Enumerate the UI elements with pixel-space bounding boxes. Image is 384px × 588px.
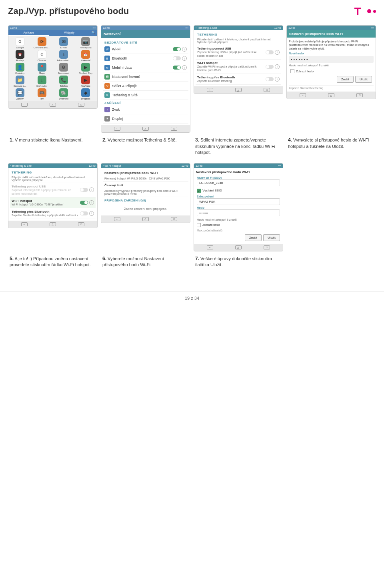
show-pass-checkbox-7[interactable]: [197, 223, 201, 227]
app-chrome[interactable]: ⊙Chrome: [32, 50, 52, 62]
nav-recent-3[interactable]: □: [264, 88, 270, 92]
row-usb-5[interactable]: Tethering pomocí USB Zapnout tethering U…: [10, 183, 96, 197]
app-telefon[interactable]: 📞Telefon: [54, 76, 74, 87]
mobilni-info[interactable]: i: [182, 65, 187, 70]
usb-toggle-5[interactable]: [80, 188, 88, 192]
mobilni-toggle[interactable]: [173, 66, 181, 70]
usb-info-5[interactable]: i: [89, 187, 94, 192]
row-bt-tethering-5[interactable]: Tethering přes Bluetooth Zapněte Bluetoo…: [10, 208, 96, 219]
app-foto[interactable]: 📷Fotoaparát: [75, 37, 96, 49]
nav-back-7[interactable]: ←: [207, 245, 213, 249]
row-displej[interactable]: ☀ Displej: [103, 114, 188, 124]
hovory-icon: ☎: [104, 74, 110, 80]
bt-info[interactable]: i: [275, 77, 280, 82]
broadcast-row-7[interactable]: ✓ Vysílání SSID: [195, 187, 282, 194]
row-usb[interactable]: Tethering pomocí USB Zapnout tethering U…: [196, 45, 281, 60]
app-kontakty[interactable]: 👤Kontakty: [10, 63, 30, 74]
show-pass-row[interactable]: Zobrazit heslo: [289, 68, 374, 74]
nav-recent-1[interactable]: □: [78, 103, 84, 107]
nav-back-5[interactable]: ←: [21, 222, 28, 226]
bluetooth-info[interactable]: i: [182, 56, 187, 61]
nav-recent-2[interactable]: □: [171, 127, 177, 131]
app-centrum[interactable]: ⟳Centrum aktu...: [32, 37, 52, 49]
app-spravce[interactable]: 📁Správce s...: [10, 76, 30, 87]
app-hodiny[interactable]: ⏰Hodiny: [10, 50, 30, 62]
app-obchod[interactable]: ▶Obchod Play: [75, 63, 96, 74]
app-obchod-icon: ▶: [81, 63, 90, 72]
tab-aplikace[interactable]: Aplikace: [8, 30, 49, 36]
security-field-value[interactable]: WPA2 PSK: [197, 198, 280, 205]
nav-home-7[interactable]: △: [235, 245, 242, 249]
nav-home-4[interactable]: △: [328, 93, 334, 97]
app-info[interactable]: ℹInformační...: [54, 50, 74, 62]
nav-recent-4[interactable]: □: [356, 93, 363, 97]
nav-back-3[interactable]: ←: [207, 88, 213, 92]
phone-body-5: TETHERING Připojte další zařízení k tele…: [8, 168, 97, 221]
tab-widgety[interactable]: Widgety: [49, 30, 90, 36]
pass-field-label-7: Heslo: [197, 206, 280, 209]
show-pass-row-7[interactable]: Zobrazit heslo: [195, 222, 282, 228]
nav-home-5[interactable]: △: [50, 222, 56, 226]
status-icons-7: ▪▪▪: [278, 164, 281, 167]
row-bt-tethering[interactable]: Tethering přes Bluetooth Zapněte Bluetoo…: [196, 74, 281, 85]
app-kalendar[interactable]: 📅Kalendář: [75, 50, 96, 62]
row-wifi-hotspot-5[interactable]: Wi-Fi hotspot Wi-Fi hotspot "LG-D390n_72…: [10, 197, 96, 208]
row-bluetooth[interactable]: B Bluetooth i: [103, 54, 188, 63]
nav-recent-6[interactable]: □: [171, 217, 177, 221]
row-sdilet[interactable]: ⟲ Sdílet & Připojit: [103, 82, 188, 91]
app-evernote[interactable]: 🐘Evernote: [54, 88, 74, 100]
pass-cancel-btn[interactable]: Zrušit: [337, 76, 354, 83]
nav-home-6[interactable]: △: [142, 217, 149, 221]
nav-recent-5[interactable]: □: [78, 222, 84, 226]
row-tethering[interactable]: ⊕ Tethering & Sítě: [103, 91, 188, 100]
nav-home-1[interactable]: △: [50, 103, 56, 107]
app-dropbox[interactable]: ◆Dropbox: [75, 88, 96, 100]
bt-info-5[interactable]: i: [89, 211, 94, 216]
step-text-5: A je to! :) Případnou změnu nastavení pr…: [10, 256, 91, 267]
app-nastaveni[interactable]: ⚙Nastavení: [54, 63, 74, 74]
row-zvuk[interactable]: ♪ Zvuk: [103, 105, 188, 114]
bt-toggle[interactable]: [266, 77, 274, 81]
nav-home-2[interactable]: △: [142, 127, 149, 131]
settings-save-btn-7[interactable]: Uložit: [263, 234, 280, 241]
usb-toggle[interactable]: [266, 50, 274, 54]
nav-back-6[interactable]: ←: [114, 217, 120, 221]
pass-save-btn[interactable]: Uložit: [355, 76, 372, 83]
bluetooth-toggle[interactable]: [173, 56, 181, 60]
app-youtube[interactable]: ▶YouTube: [75, 76, 96, 87]
wifi-pass-body: Protože jsou ostatní přístroje připojeny…: [287, 38, 376, 92]
app-stahovani[interactable]: ↓Stahování: [32, 76, 52, 87]
nav-home-3[interactable]: △: [235, 88, 242, 92]
wifi-hotspot-toggle[interactable]: [266, 65, 274, 69]
app-google[interactable]: GGoogle: [10, 37, 30, 49]
show-pass-checkbox[interactable]: [290, 69, 294, 73]
wifi-hotspot-info-5[interactable]: i: [89, 200, 94, 205]
app-telefon-label: Telefon: [60, 85, 68, 87]
nav-recent-7[interactable]: □: [264, 245, 270, 249]
app-zpravy[interactable]: 💬Zprávy: [10, 88, 30, 100]
wifi-hotspot-info[interactable]: i: [275, 64, 280, 69]
usb-info[interactable]: i: [275, 50, 280, 55]
app-email[interactable]: ✉E-mail: [54, 37, 74, 49]
nav-back-4[interactable]: ←: [300, 93, 306, 97]
settings-cancel-btn-7[interactable]: Zrušit: [245, 234, 262, 241]
broadcast-checkbox-7[interactable]: ✓: [197, 189, 201, 193]
ssid-field-value[interactable]: LG-D390n_7248: [197, 179, 280, 186]
wifi-hotspot-toggle-5[interactable]: [80, 201, 88, 205]
search-icon-apps[interactable]: 🔍: [90, 30, 97, 36]
nav-back-1[interactable]: ←: [21, 103, 28, 107]
app-hry[interactable]: 🎮Hry: [32, 88, 52, 100]
row-mobilni[interactable]: M Mobilní data i: [103, 63, 188, 72]
wifi-toggle[interactable]: [173, 47, 181, 51]
app-mapy[interactable]: 📍Mapy: [32, 63, 52, 74]
pass-field-value-7[interactable]: ••••••••: [197, 209, 280, 216]
row-hovory[interactable]: ☎ Nastavení hovorů: [103, 72, 188, 82]
nav-back-2[interactable]: ←: [114, 127, 120, 131]
status-back-3: ‹ Tethering & Sítě: [196, 26, 217, 29]
hovory-label: Nastavení hovorů: [112, 75, 187, 79]
bt-toggle-5[interactable]: [80, 211, 88, 215]
wifi-info[interactable]: i: [182, 47, 187, 52]
row-wifi-hotspot[interactable]: Wi-Fi hotspot Zapněte Wi-Fi hotspot a př…: [196, 60, 281, 74]
row-wifi[interactable]: W Wi-Fi i: [103, 45, 188, 54]
step-text-6: Vyberete možnost Nastavení přístupového …: [102, 256, 164, 267]
